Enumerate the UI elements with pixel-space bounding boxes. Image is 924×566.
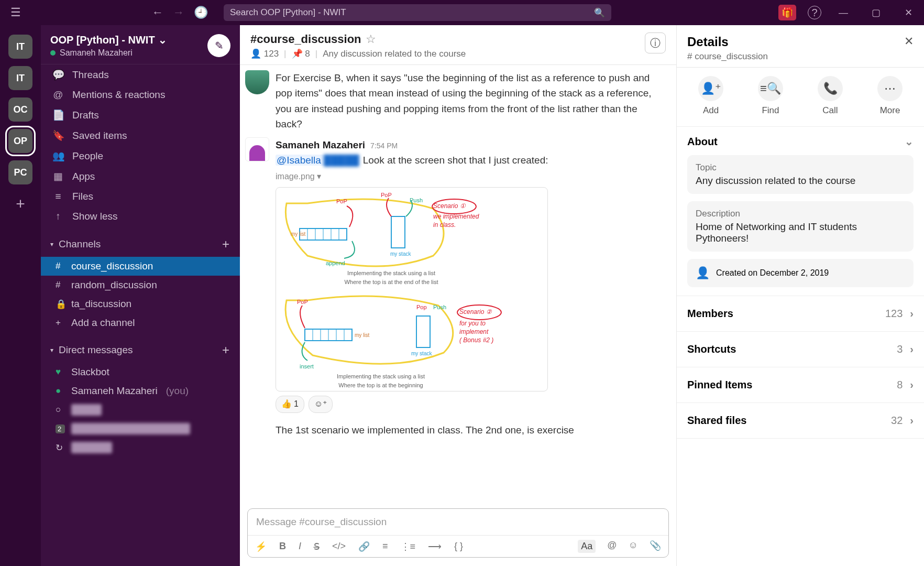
shortcuts-icon[interactable]: ⚡ bbox=[255, 541, 267, 552]
about-section[interactable]: About⌄ Topic Any discussion related to t… bbox=[677, 127, 924, 296]
call-action[interactable]: 📞Call bbox=[818, 76, 843, 116]
workspace-item[interactable]: PC bbox=[8, 160, 32, 184]
add-channel-icon[interactable]: + bbox=[222, 237, 229, 252]
svg-text:Pop: Pop bbox=[416, 304, 427, 310]
search-input[interactable]: Search OOP [Python] - NWIT 🔍 bbox=[224, 4, 611, 21]
format-icon[interactable]: Aa bbox=[578, 540, 596, 553]
dm-item[interactable]: ♥Slackbot bbox=[41, 363, 240, 382]
sidebar-saved[interactable]: 🔖Saved items bbox=[41, 125, 240, 146]
add-channel[interactable]: +Add a channel bbox=[41, 313, 240, 332]
topic-box[interactable]: Topic Any discussion related to the cour… bbox=[687, 155, 914, 194]
dm-section[interactable]: ▾ Direct messages + bbox=[41, 338, 240, 363]
bookmark-icon: 🔖 bbox=[52, 129, 64, 142]
dm-item[interactable]: ○Ajmain bbox=[41, 400, 240, 419]
dm-item[interactable]: ●Samaneh Mazaheri (you) bbox=[41, 382, 240, 400]
workspace-item[interactable]: IT bbox=[8, 66, 32, 90]
message-author[interactable]: Samaneh Mazaheri bbox=[276, 137, 365, 153]
files-row[interactable]: Shared files32› bbox=[677, 403, 924, 439]
members-row[interactable]: Members123› bbox=[677, 296, 924, 332]
phone-icon: 📞 bbox=[818, 76, 843, 101]
strike-icon[interactable]: S̶ bbox=[314, 541, 320, 552]
bold-icon[interactable]: B bbox=[279, 541, 286, 552]
sidebar-drafts[interactable]: 📄Drafts bbox=[41, 105, 240, 125]
codeblock-icon[interactable]: { } bbox=[454, 541, 463, 552]
close-details-icon[interactable]: ✕ bbox=[904, 35, 914, 48]
sidebar-showless[interactable]: ↑Show less bbox=[41, 206, 240, 226]
sidebar-files[interactable]: ≡Files bbox=[41, 187, 240, 206]
attach-icon[interactable]: 📎 bbox=[650, 540, 661, 553]
attachment-name[interactable]: image.png ▾ bbox=[276, 170, 666, 183]
message-composer[interactable]: Message #course_discussion ⚡ B I S̶ </> … bbox=[247, 508, 669, 558]
avatar[interactable] bbox=[245, 137, 269, 161]
channel-topic[interactable]: Any discussion related to the course bbox=[323, 49, 466, 59]
sidebar-mentions[interactable]: @Mentions & reactions bbox=[41, 85, 240, 105]
avatar[interactable] bbox=[245, 70, 269, 94]
add-reaction-icon[interactable]: ☺⁺ bbox=[309, 396, 333, 413]
forward-icon[interactable]: → bbox=[173, 6, 184, 19]
dm-item[interactable]: ↻Kevin Lia bbox=[41, 438, 240, 457]
history-icon[interactable]: 🕘 bbox=[194, 6, 208, 19]
composer-input[interactable]: Message #course_discussion bbox=[248, 509, 668, 535]
reaction[interactable]: 👍 1 bbox=[276, 396, 304, 413]
mention[interactable]: @Isabella █████ bbox=[276, 155, 360, 166]
add-person-icon: 👤⁺ bbox=[698, 76, 723, 101]
find-action[interactable]: ≡🔍Find bbox=[758, 76, 783, 116]
svg-text:Push: Push bbox=[433, 304, 446, 310]
pins-count[interactable]: 📌 8 bbox=[292, 48, 310, 59]
code-icon[interactable]: </> bbox=[332, 541, 346, 552]
sidebar-header[interactable]: OOP [Python] - NWIT⌄ Samaneh Mazaheri ✎ bbox=[41, 25, 240, 64]
channel-header: #course_discussion☆ 👤 123| 📌 8| Any disc… bbox=[240, 25, 676, 65]
sidebar-people[interactable]: 👥People bbox=[41, 146, 240, 166]
link-icon[interactable]: 🔗 bbox=[358, 541, 370, 552]
description-box[interactable]: Description Home of Networking and IT st… bbox=[687, 201, 914, 252]
emoji-icon[interactable]: ☺ bbox=[629, 540, 638, 553]
svg-text:my stack: my stack bbox=[390, 251, 411, 257]
workspace-item[interactable]: IT bbox=[8, 35, 32, 59]
workspace-rail: IT IT OC OP PC + bbox=[0, 25, 41, 566]
workspace-item-active[interactable]: OP bbox=[8, 129, 32, 153]
add-workspace-icon[interactable]: + bbox=[16, 195, 25, 213]
compose-button[interactable]: ✎ bbox=[207, 34, 230, 57]
dm-item[interactable]: 2Dawood, Mir Aamir Alikhan bbox=[41, 419, 240, 438]
gift-icon[interactable]: 🎁 bbox=[778, 5, 796, 20]
message: Samaneh Mazaheri7:54 PM @Isabella █████ … bbox=[245, 137, 666, 438]
add-dm-icon[interactable]: + bbox=[222, 343, 229, 357]
back-icon[interactable]: ← bbox=[152, 6, 163, 19]
channel-item[interactable]: #random_discussion bbox=[41, 276, 240, 295]
more-action[interactable]: ⋯More bbox=[877, 76, 903, 116]
close-icon[interactable]: ✕ bbox=[898, 7, 919, 18]
ul-icon[interactable]: ⋮≡ bbox=[401, 541, 416, 552]
more-icon: ⋯ bbox=[877, 76, 903, 101]
shortcuts-row[interactable]: Shortcuts3› bbox=[677, 332, 924, 367]
image-attachment[interactable]: my list PoP append my stack PoP Push bbox=[276, 187, 548, 391]
hamburger-icon[interactable]: ☰ bbox=[5, 6, 26, 19]
chevron-right-icon: › bbox=[910, 379, 914, 391]
channel-item[interactable]: 🔒ta_discussion bbox=[41, 295, 240, 313]
sidebar-apps[interactable]: ▦Apps bbox=[41, 166, 240, 187]
sidebar-threads[interactable]: 💬Threads bbox=[41, 64, 240, 85]
pinned-row[interactable]: Pinned Items8› bbox=[677, 367, 924, 403]
person-icon: 👤 bbox=[696, 266, 710, 280]
svg-text:PoP: PoP bbox=[336, 198, 347, 204]
star-icon[interactable]: ☆ bbox=[366, 32, 376, 46]
ol-icon[interactable]: ≡ bbox=[382, 541, 388, 552]
minimize-icon[interactable]: — bbox=[833, 7, 854, 18]
italic-icon[interactable]: I bbox=[299, 541, 301, 552]
workspace-item[interactable]: OC bbox=[8, 97, 32, 122]
maximize-icon[interactable]: ▢ bbox=[865, 7, 886, 18]
help-icon[interactable]: ? bbox=[808, 6, 821, 19]
files-icon: ≡ bbox=[52, 191, 64, 202]
at-icon: @ bbox=[52, 89, 64, 101]
channel-item[interactable]: #course_discussion bbox=[41, 257, 240, 276]
mention-icon[interactable]: @ bbox=[607, 540, 617, 553]
add-action[interactable]: 👤⁺Add bbox=[698, 76, 723, 116]
channel-title[interactable]: #course_discussion bbox=[250, 32, 361, 46]
chevron-down-icon: ⌄ bbox=[158, 34, 167, 46]
channel-info-icon[interactable]: ⓘ bbox=[645, 32, 666, 53]
chevron-right-icon: › bbox=[910, 415, 914, 427]
channels-section[interactable]: ▾ Channels + bbox=[41, 232, 240, 257]
members-count[interactable]: 👤 123 bbox=[250, 48, 279, 59]
message-list[interactable]: For Exercise B, when it says "use the be… bbox=[240, 65, 676, 504]
quote-icon[interactable]: ⟶ bbox=[428, 541, 442, 552]
svg-text:append: append bbox=[326, 260, 345, 266]
